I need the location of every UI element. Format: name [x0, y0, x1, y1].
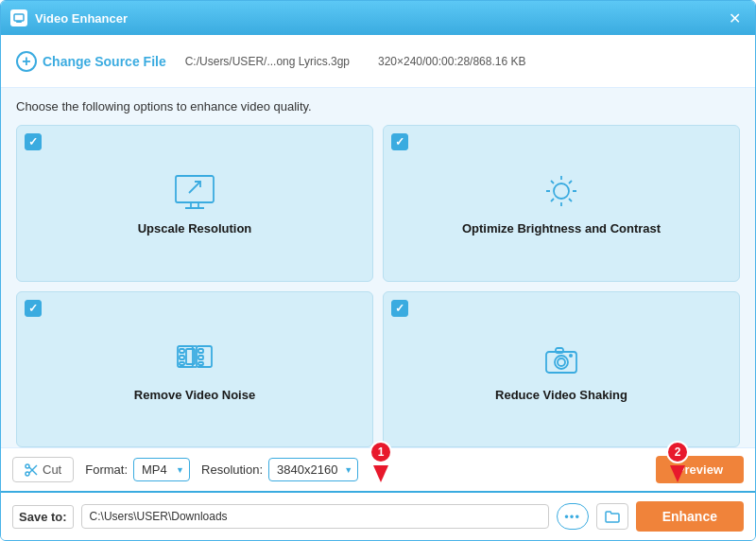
save-to-label: Save to: — [12, 505, 74, 529]
format-label: Format: — [85, 462, 128, 477]
svg-rect-25 — [198, 362, 203, 365]
svg-rect-23 — [198, 349, 203, 353]
main-window: Video Enhancer ✕ + Change Source File C:… — [0, 0, 756, 541]
folder-button[interactable] — [596, 503, 628, 530]
format-select-wrapper: MP4 AVI MOV — [133, 458, 190, 481]
brightness-checkbox[interactable] — [391, 133, 408, 150]
svg-rect-32 — [556, 348, 563, 353]
svg-point-33 — [569, 354, 573, 358]
change-source-button[interactable]: + Change Source File — [16, 51, 166, 72]
window-title: Video Enhancer — [35, 11, 128, 26]
svg-rect-0 — [14, 14, 24, 21]
svg-rect-24 — [198, 356, 203, 359]
noise-icon — [168, 337, 221, 380]
svg-point-31 — [558, 358, 565, 366]
content-area: Choose the following options to enhance … — [1, 88, 755, 447]
file-path: C:/Users/USER/...ong Lyrics.3gp — [185, 55, 350, 68]
svg-line-8 — [189, 182, 200, 193]
options-grid: Upscale Resolution — [16, 125, 740, 447]
cut-button[interactable]: Cut — [12, 457, 74, 482]
svg-rect-22 — [180, 362, 184, 365]
resolution-group: Resolution: 3840x2160 1920x1080 1280x720 — [201, 458, 358, 481]
brightness-icon — [535, 170, 588, 214]
resolution-select-wrapper: 3840x2160 1920x1080 1280x720 — [268, 458, 358, 481]
plus-icon: + — [16, 51, 37, 72]
app-icon — [10, 9, 27, 26]
svg-point-9 — [554, 183, 569, 199]
bottom-bar: Cut Format: MP4 AVI MOV Resolution: 3840… — [1, 447, 755, 491]
option-reduce-shaking[interactable]: Reduce Video Shaking — [383, 291, 740, 448]
svg-rect-20 — [180, 349, 184, 353]
title-bar-left: Video Enhancer — [10, 9, 128, 26]
upscale-icon — [168, 170, 221, 214]
shaking-checkbox[interactable] — [391, 300, 408, 317]
upscale-checkbox[interactable] — [25, 133, 42, 150]
save-path-input[interactable] — [81, 504, 549, 529]
svg-point-35 — [26, 464, 29, 468]
subtitle-text: Choose the following options to enhance … — [16, 99, 740, 113]
svg-line-17 — [551, 199, 554, 201]
svg-point-34 — [26, 472, 29, 476]
change-source-label: Change Source File — [43, 54, 166, 69]
title-bar: Video Enhancer ✕ — [1, 1, 755, 35]
option-remove-noise[interactable]: Remove Video Noise — [16, 291, 373, 448]
resolution-select[interactable]: 3840x2160 1920x1080 1280x720 — [268, 458, 358, 481]
format-select[interactable]: MP4 AVI MOV — [133, 458, 190, 481]
upscale-label: Upscale Resolution — [138, 221, 252, 236]
file-info: 320×240/00:00:28/868.16 KB — [378, 55, 525, 68]
preview-button[interactable]: Preview — [656, 456, 744, 483]
noise-label: Remove Video Noise — [134, 388, 255, 402]
cut-label: Cut — [43, 462, 61, 477]
brightness-label: Optimize Brightness and Contrast — [462, 221, 661, 236]
option-upscale-resolution[interactable]: Upscale Resolution — [16, 125, 373, 282]
browse-dots-button[interactable]: ••• — [557, 503, 589, 530]
format-group: Format: MP4 AVI MOV — [85, 458, 190, 481]
svg-line-16 — [569, 181, 572, 183]
svg-line-15 — [569, 199, 572, 201]
resolution-label: Resolution: — [201, 462, 263, 477]
enhance-button[interactable]: Enhance — [636, 501, 744, 532]
svg-rect-3 — [176, 176, 214, 202]
save-bar: Save to: ••• Enhance 1 2 — [1, 491, 755, 540]
shaking-label: Reduce Video Shaking — [495, 388, 627, 402]
close-button[interactable]: ✕ — [723, 7, 746, 29]
svg-line-14 — [551, 181, 554, 183]
toolbar: + Change Source File C:/Users/USER/...on… — [1, 35, 755, 88]
shaking-icon — [535, 337, 588, 380]
svg-rect-21 — [180, 356, 184, 359]
option-brightness-contrast[interactable]: Optimize Brightness and Contrast — [383, 125, 740, 282]
noise-checkbox[interactable] — [25, 300, 42, 317]
